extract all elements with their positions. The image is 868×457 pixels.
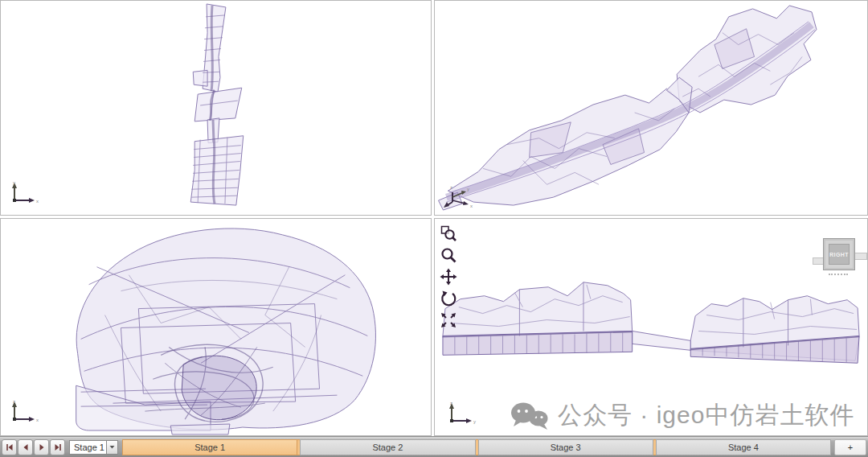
zoom-window-button[interactable] (439, 224, 458, 243)
viewport-grid: y x (0, 0, 868, 436)
last-stage-icon (53, 443, 63, 452)
zoom-button[interactable] (439, 245, 458, 265)
next-stage-button[interactable] (34, 439, 49, 455)
tab-stage-4[interactable]: Stage 4 (656, 439, 831, 455)
view-cube-area: RIGHT (813, 237, 867, 275)
next-stage-icon (37, 443, 47, 452)
stage-tab-strip: Stage 1 Stage 2 Stage 3 Stage 4 (122, 439, 831, 455)
add-stage-button[interactable]: + (834, 439, 866, 455)
mesh-model-isometric (435, 1, 867, 215)
viewport-top-view[interactable]: y x (0, 0, 432, 216)
mesh-model-elevation (435, 219, 867, 435)
view-cube-right-edge[interactable] (854, 253, 867, 260)
rotate-button[interactable] (439, 289, 458, 308)
zoom-icon (440, 246, 457, 264)
viewport-perspective-view[interactable]: z x (0, 218, 432, 436)
pan-icon (440, 268, 457, 286)
view-toolbar (439, 224, 458, 330)
mesh-model-perspective (1, 219, 431, 435)
mesh-model-plan (1, 1, 431, 215)
chevron-down-icon (109, 445, 115, 449)
view-cube[interactable]: RIGHT (823, 238, 855, 270)
zoom-extents-icon (440, 311, 457, 329)
previous-stage-button[interactable] (18, 439, 33, 455)
zoom-extents-button[interactable] (439, 311, 458, 330)
stage-bar: Stage 1 Stage 1 Stage 2 Stage 3 Stage 4 … (0, 436, 868, 457)
stage-selector-dropdown-button[interactable] (106, 440, 118, 455)
view-cube-face-label: RIGHT (829, 244, 850, 265)
application-window: y x (0, 0, 868, 457)
tab-stage-3[interactable]: Stage 3 (478, 439, 653, 455)
tab-stage-1[interactable]: Stage 1 (122, 439, 297, 455)
first-stage-button[interactable] (2, 439, 17, 455)
stage-selector[interactable]: Stage 1 (69, 440, 118, 455)
last-stage-button[interactable] (50, 439, 65, 455)
viewport-right-view[interactable]: RIGHT z y (434, 218, 868, 436)
viewport-isometric-view[interactable]: z y x (434, 0, 868, 216)
stage-selector-value: Stage 1 (69, 440, 106, 455)
rotate-icon (440, 290, 457, 307)
first-stage-icon (5, 443, 14, 452)
previous-stage-icon (21, 443, 31, 452)
tab-stage-2[interactable]: Stage 2 (300, 439, 475, 455)
view-cube-bottom-marks (829, 271, 848, 275)
zoom-window-icon (440, 224, 457, 242)
pan-button[interactable] (439, 267, 458, 286)
